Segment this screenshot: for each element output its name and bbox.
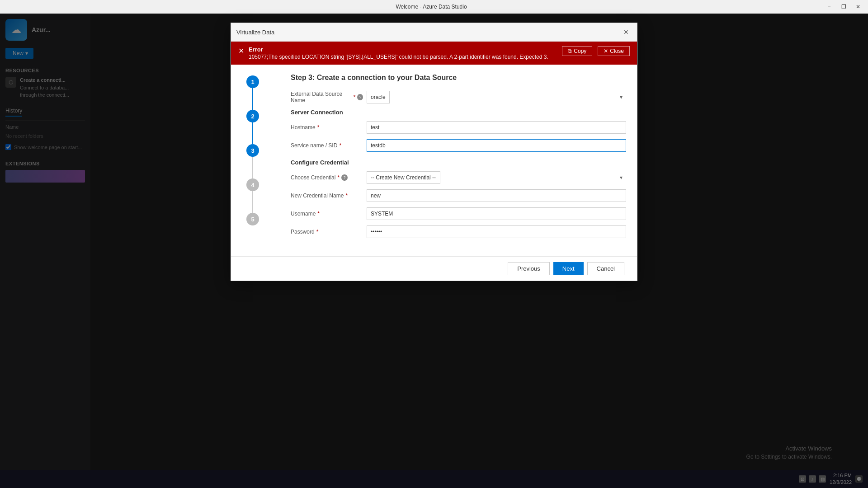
external-data-source-label: External Data Source Name * ? (291, 91, 363, 103)
external-data-source-row: External Data Source Name * ? oracle (291, 91, 626, 103)
new-credential-name-label: New Credential Name * (291, 192, 363, 199)
app-background: Azur... New ▾ Resources ⬡ Create a conne… (0, 14, 868, 488)
wizard-content: 1 2 3 4 5 (231, 65, 637, 253)
step-4: 4 (246, 178, 259, 213)
password-input[interactable] (367, 225, 626, 238)
service-name-label: Service name / SID * (291, 142, 363, 149)
copy-icon: ⧉ (568, 48, 572, 54)
external-data-source-select-wrapper: oracle (367, 91, 626, 103)
choose-credential-select[interactable]: -- Create New Credential -- (367, 171, 440, 184)
choose-credential-label: Choose Credential * ? (291, 174, 363, 181)
required-star-sid: * (339, 142, 341, 149)
step-1: 1 (246, 75, 259, 110)
step-circle-2: 2 (246, 110, 259, 122)
required-star-pwd: * (316, 229, 319, 235)
new-credential-name-input[interactable] (367, 189, 626, 202)
step-circle-4: 4 (246, 178, 259, 191)
stepper: 1 2 3 4 5 (242, 74, 264, 244)
error-close-icon: ✕ (604, 48, 608, 54)
restore-button[interactable]: ❐ (837, 2, 850, 11)
error-close-button[interactable]: ✕ Close (598, 46, 630, 56)
previous-button[interactable]: Previous (508, 262, 550, 275)
required-star-cred: * (337, 174, 340, 181)
close-button[interactable]: ✕ (852, 2, 864, 11)
step-circle-3: 3 (246, 144, 259, 157)
hostname-row: Hostname * (291, 121, 626, 134)
eds-info-icon[interactable]: ? (357, 94, 363, 100)
step-line-2 (252, 122, 253, 144)
choose-credential-select-wrapper: -- Create New Credential -- (367, 171, 626, 184)
choose-credential-row: Choose Credential * ? -- Create New Cred… (291, 171, 626, 184)
step-5: 5 (246, 213, 259, 225)
hostname-label: Hostname * (291, 124, 363, 131)
dialog-header-title: Virtualize Data (236, 29, 274, 36)
password-label: Password * (291, 229, 363, 235)
username-row: Username * (291, 207, 626, 220)
virtualize-data-dialog: Virtualize Data ✕ ✕ Error 105077;The spe… (231, 23, 637, 281)
dialog-titlebar: Virtualize Data ✕ (231, 23, 637, 42)
error-icon: ✕ (238, 47, 244, 55)
step-circle-1: 1 (246, 75, 259, 88)
step-3: 3 (246, 144, 259, 178)
step-line-1 (252, 88, 253, 110)
error-copy-button[interactable]: ⧉ Copy (562, 46, 592, 56)
required-star-user: * (317, 211, 320, 217)
required-star-eds: * (354, 94, 356, 100)
window-title: Welcome - Azure Data Studio (40, 4, 823, 10)
required-star-hostname: * (317, 124, 320, 131)
dialog-close-button[interactable]: ✕ (621, 27, 632, 38)
next-button[interactable]: Next (553, 262, 584, 275)
error-banner: ✕ Error 105077;The specified LOCATION st… (231, 42, 637, 65)
error-title: Error (249, 46, 557, 53)
server-connection-title: Server Connection (291, 109, 626, 116)
new-credential-name-row: New Credential Name * (291, 189, 626, 202)
error-message: 105077;The specified LOCATION string '[S… (249, 54, 557, 60)
minimize-button[interactable]: − (823, 2, 835, 11)
title-bar: Welcome - Azure Data Studio − ❐ ✕ (0, 0, 868, 14)
external-data-source-select[interactable]: oracle (367, 91, 390, 103)
username-input[interactable] (367, 207, 626, 220)
step-2: 2 (246, 110, 259, 144)
hostname-input[interactable] (367, 121, 626, 134)
step-circle-5: 5 (246, 213, 259, 225)
service-name-row: Service name / SID * (291, 139, 626, 152)
credential-info-icon[interactable]: ? (341, 174, 348, 181)
step-line-4 (252, 191, 253, 213)
service-name-input[interactable] (367, 139, 626, 152)
required-star-newcred: * (345, 192, 348, 199)
password-row: Password * (291, 225, 626, 238)
configure-credential-title: Configure Credential (291, 159, 626, 166)
step-line-3 (252, 157, 253, 178)
dialog-footer: Previous Next Cancel (231, 256, 637, 281)
content-area: Step 3: Create a connection to your Data… (291, 74, 626, 244)
cancel-button[interactable]: Cancel (587, 262, 624, 275)
title-bar-controls: − ❐ ✕ (823, 2, 864, 11)
username-label: Username * (291, 211, 363, 217)
step-title: Step 3: Create a connection to your Data… (291, 74, 626, 82)
